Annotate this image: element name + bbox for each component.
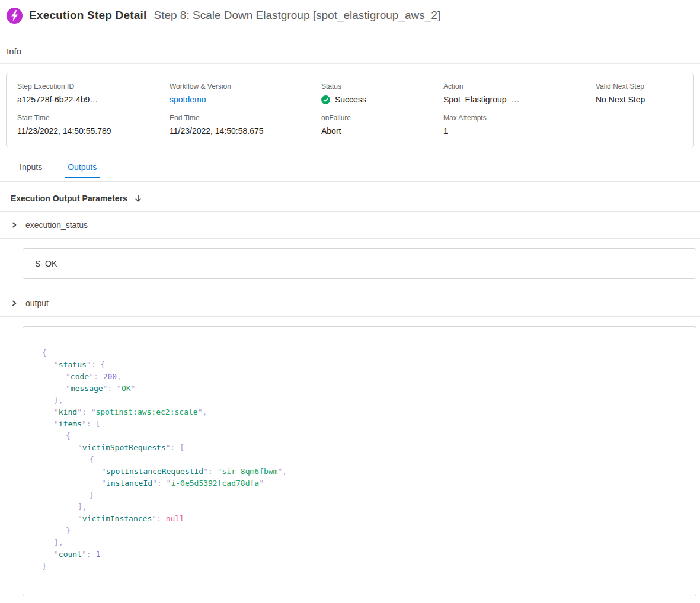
page-title: Execution Step Detail: [29, 9, 146, 22]
chevron-right-icon[interactable]: [11, 300, 18, 307]
tab-inputs[interactable]: Inputs: [17, 155, 45, 178]
field-value: a125728f-6b22-4b9…: [17, 95, 170, 104]
param-row-execution-status[interactable]: execution_status: [0, 212, 700, 239]
status-text: Success: [335, 95, 366, 104]
param-name: execution_status: [25, 220, 88, 230]
workflow-link[interactable]: spotdemo: [170, 95, 321, 104]
status-badge: Success: [321, 95, 443, 104]
json-output-code: {"status": {"code": 200,"message": "OK"}…: [42, 347, 677, 572]
field-max-attempts: Max Attempts 1: [443, 114, 596, 136]
field-label: Step Execution ID: [17, 82, 170, 91]
field-label: Workflow & Version: [170, 82, 321, 91]
chevron-right-icon[interactable]: [11, 222, 18, 229]
info-section-label: Info: [7, 46, 21, 56]
tabs: Inputs Outputs: [0, 155, 700, 182]
field-end-time: End Time 11/23/2022, 14:50:58.675: [170, 114, 321, 136]
field-label: Action: [443, 82, 596, 91]
field-value: 11/23/2022, 14:50:55.789: [17, 126, 170, 136]
field-value: Abort: [321, 126, 443, 136]
field-workflow-version: Workflow & Version spotdemo: [170, 82, 321, 104]
field-value: No Next Step: [596, 95, 688, 104]
param-name: output: [25, 299, 49, 308]
info-card: Step Execution ID a125728f-6b22-4b9… Wor…: [6, 73, 694, 147]
execution-status-content: S_OK: [0, 239, 700, 290]
app-logo-icon: [7, 8, 23, 24]
field-label: Status: [321, 82, 443, 91]
page-subtitle: Step 8: Scale Down Elastgroup [spot_elas…: [154, 9, 440, 22]
field-label: Max Attempts: [443, 114, 596, 122]
field-start-time: Start Time 11/23/2022, 14:50:55.789: [17, 114, 170, 136]
field-valid-next-step: Valid Next Step No Next Step: [596, 82, 688, 104]
field-step-execution-id: Step Execution ID a125728f-6b22-4b9…: [17, 82, 170, 104]
info-section-header: Info: [0, 31, 700, 64]
success-check-icon: [321, 95, 330, 104]
tab-outputs[interactable]: Outputs: [65, 155, 100, 178]
field-value: Spot_Elastigroup_…: [443, 95, 596, 104]
field-label: Start Time: [17, 114, 170, 122]
json-output-box: {"status": {"code": 200,"message": "OK"}…: [23, 326, 696, 596]
field-value: 11/23/2022, 14:50:58.675: [170, 126, 321, 136]
field-label: End Time: [170, 114, 321, 122]
arrow-down-icon[interactable]: [134, 194, 142, 203]
output-parameters-header: Execution Output Parameters: [0, 182, 700, 212]
field-action: Action Spot_Elastigroup_…: [443, 82, 596, 104]
param-row-output[interactable]: output: [0, 290, 700, 317]
field-value: 1: [443, 126, 596, 136]
field-onfailure: onFailure Abort: [321, 114, 443, 136]
execution-status-value-box: S_OK: [23, 248, 696, 279]
output-parameters-title: Execution Output Parameters: [11, 194, 127, 203]
info-grid: Step Execution ID a125728f-6b22-4b9… Wor…: [17, 82, 688, 136]
page-header: Execution Step Detail Step 8: Scale Down…: [0, 0, 700, 31]
field-label: onFailure: [321, 114, 443, 122]
field-status: Status Success: [321, 82, 443, 104]
field-label: Valid Next Step: [596, 82, 688, 91]
output-content: {"status": {"code": 200,"message": "OK"}…: [0, 317, 700, 603]
